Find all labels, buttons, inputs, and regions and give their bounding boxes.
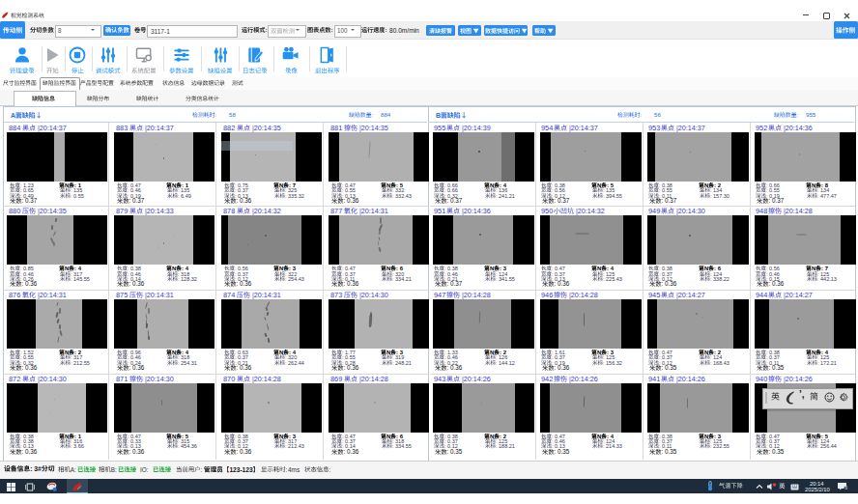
svg-text:|20:14:31: |20:14:31: [38, 291, 67, 299]
svg-text:955: 955: [806, 111, 816, 118]
svg-text:58: 58: [229, 111, 236, 118]
svg-text::: :: [371, 112, 373, 118]
svg-text:|20:14:27: |20:14:27: [676, 291, 705, 299]
svg-text:A: A: [11, 112, 15, 119]
svg-text:|20:14:39: |20:14:39: [462, 124, 491, 132]
svg-text:: 0.36: : 0.36: [661, 280, 676, 287]
svg-text:: 241.21: : 241.21: [496, 192, 515, 198]
svg-text:: 0.35: : 0.35: [768, 448, 784, 455]
svg-text:|20:14:30: |20:14:30: [359, 291, 388, 299]
svg-text:80.0m/min: 80.0m/min: [389, 27, 419, 34]
svg-text:954: 954: [541, 124, 553, 132]
svg-text:: 0.36: : 0.36: [554, 364, 569, 371]
svg-text:953: 953: [648, 124, 660, 132]
svg-text::: :: [214, 112, 216, 118]
svg-text:: 341.55: : 341.55: [496, 275, 515, 281]
svg-text:950: 950: [541, 207, 553, 215]
svg-text:2025/2/10: 2025/2/10: [805, 487, 830, 492]
svg-text:: 477.47: : 477.47: [817, 192, 837, 198]
svg-text:|20:14:28: |20:14:28: [359, 375, 388, 383]
svg-text:: 0.36: : 0.36: [22, 364, 38, 371]
svg-text:: 454.36: : 454.36: [178, 443, 197, 449]
svg-text:879: 879: [116, 207, 128, 215]
svg-text:|20:14:28: |20:14:28: [462, 291, 491, 299]
svg-text:: 0.36: : 0.36: [554, 280, 569, 287]
svg-text:882: 882: [223, 124, 235, 132]
svg-text:: 0.36: : 0.36: [344, 280, 359, 287]
svg-text:: 128.32: : 128.32: [178, 275, 197, 281]
svg-text:: 6.49: : 6.49: [178, 192, 191, 198]
svg-text:123-123: 123-123: [229, 465, 253, 472]
svg-text:: 172.21: : 172.21: [817, 359, 837, 365]
svg-text:: 262.44: : 262.44: [285, 359, 304, 365]
svg-text:8: 8: [58, 27, 62, 34]
svg-text:: 248.21: : 248.21: [392, 359, 412, 365]
svg-text:|20:14:30: |20:14:30: [676, 207, 705, 215]
svg-text:: 442.13: : 442.13: [817, 275, 837, 281]
svg-text:: 0.36: : 0.36: [129, 364, 145, 371]
svg-text:: 157.30: : 157.30: [710, 192, 729, 198]
svg-text::: :: [640, 112, 642, 118]
svg-text:880: 880: [9, 207, 20, 215]
svg-text:: 334.21: : 334.21: [392, 275, 412, 281]
svg-text:4ms: 4ms: [288, 465, 300, 472]
svg-text:948: 948: [756, 207, 767, 215]
svg-text:|20:14:36: |20:14:36: [462, 207, 491, 215]
svg-text:|20:14:28: |20:14:28: [252, 375, 281, 383]
svg-text:: 188.21: : 188.21: [496, 443, 515, 449]
svg-text:: 0.36: : 0.36: [446, 364, 462, 371]
svg-text:: 0.35: : 0.35: [446, 448, 462, 455]
svg-text:: 0.36: : 0.36: [237, 280, 252, 287]
svg-text:|20:14:26: |20:14:26: [462, 375, 491, 383]
svg-text:56: 56: [654, 111, 661, 118]
svg-text:|20:14:26: |20:14:26: [569, 375, 598, 383]
svg-text:874: 874: [223, 291, 235, 299]
svg-text:881: 881: [330, 124, 342, 132]
svg-text:873: 873: [330, 291, 342, 299]
svg-text:: 212.55: : 212.55: [71, 359, 90, 365]
svg-text:: 338.22: : 338.22: [710, 275, 729, 281]
svg-text:944: 944: [756, 291, 767, 299]
svg-text:: 225.43: : 225.43: [603, 275, 622, 281]
svg-text:: 0.36: : 0.36: [129, 448, 145, 455]
svg-text:: 0.35: : 0.35: [768, 364, 784, 371]
svg-text:: 0.36: : 0.36: [237, 448, 252, 455]
svg-text:949: 949: [648, 207, 660, 215]
svg-text:: 0.37: : 0.37: [446, 197, 462, 204]
svg-text:|20:14:35: |20:14:35: [359, 124, 388, 132]
svg-text:|20:14:35: |20:14:35: [252, 124, 281, 132]
svg-text:: 0.55: : 0.55: [71, 192, 84, 198]
svg-text:|20:14:37: |20:14:37: [145, 124, 174, 132]
svg-text:|20:14:36: |20:14:36: [784, 124, 813, 132]
svg-text:871: 871: [116, 375, 128, 383]
svg-text:955: 955: [434, 124, 445, 132]
svg-text:951: 951: [434, 207, 445, 215]
svg-text:: 168.43: : 168.43: [710, 359, 729, 365]
svg-text::: :: [329, 465, 331, 472]
svg-text:: 334.55: : 334.55: [392, 443, 412, 449]
svg-text:|20:14:30: |20:14:30: [145, 375, 174, 383]
svg-text:|20:14:32: |20:14:32: [576, 207, 605, 215]
svg-text:: 0.36: : 0.36: [129, 280, 145, 287]
svg-text:|20:14:31: |20:14:31: [145, 291, 174, 299]
svg-text:877: 877: [330, 207, 342, 215]
svg-text:|20:14:37: |20:14:37: [569, 124, 598, 132]
svg-text:B:: B:: [111, 465, 117, 472]
svg-text:|20:14:31: |20:14:31: [359, 207, 388, 215]
svg-text:869: 869: [330, 375, 342, 383]
svg-text:: 0.37: : 0.37: [661, 197, 676, 204]
svg-text:883: 883: [116, 124, 128, 132]
svg-text:947: 947: [434, 291, 445, 299]
svg-text:: 256.44: : 256.44: [817, 443, 837, 449]
svg-text:940: 940: [756, 375, 767, 383]
svg-text:: 394.55: : 394.55: [603, 192, 622, 198]
svg-text:|20:14:31: |20:14:31: [252, 291, 281, 299]
svg-text:952: 952: [756, 124, 767, 132]
svg-text:876: 876: [9, 291, 20, 299]
svg-text:|20:14:30: |20:14:30: [38, 375, 67, 383]
svg-text:: 0.37: : 0.37: [768, 197, 784, 204]
svg-text:943: 943: [434, 375, 445, 383]
svg-text:941: 941: [648, 375, 660, 383]
svg-text:: 0.36: : 0.36: [237, 197, 252, 204]
svg-text:: 212.43: : 212.43: [285, 443, 304, 449]
